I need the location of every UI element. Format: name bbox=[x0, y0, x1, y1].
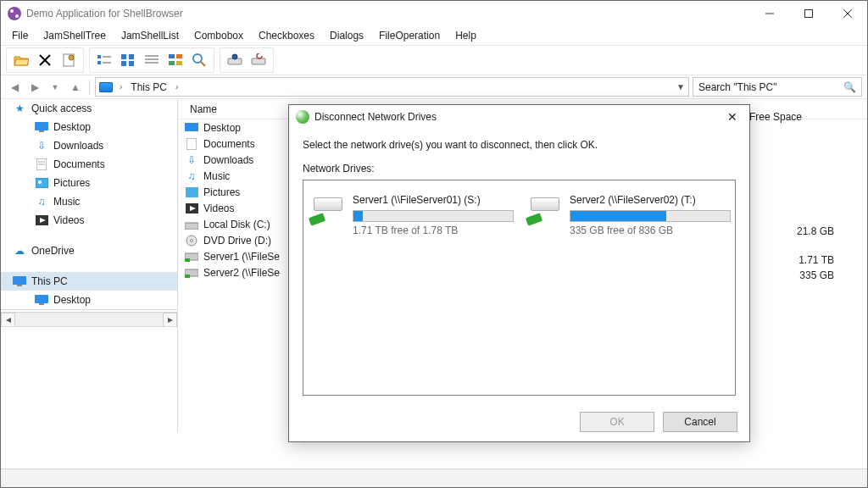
view-detail-icon[interactable] bbox=[142, 51, 161, 69]
menu-file[interactable]: File bbox=[6, 27, 34, 44]
svg-rect-41 bbox=[185, 123, 198, 131]
svg-rect-46 bbox=[185, 223, 198, 230]
drive-item[interactable]: Server2 (\\FileServer02) (T:) 335 GB fre… bbox=[531, 194, 731, 236]
close-button[interactable] bbox=[828, 1, 867, 26]
network-drive-icon bbox=[185, 250, 198, 263]
video-icon bbox=[35, 214, 48, 227]
stop-icon[interactable] bbox=[36, 51, 54, 69]
tree-pc-desktop[interactable]: Desktop bbox=[1, 291, 177, 309]
desktop-icon bbox=[35, 293, 48, 307]
tree-downloads[interactable]: ⇩Downloads bbox=[1, 136, 177, 155]
svg-point-26 bbox=[232, 54, 237, 59]
tree-music[interactable]: ♫Music bbox=[1, 192, 177, 211]
menu-help[interactable]: Help bbox=[449, 27, 482, 44]
disconnect-dialog: Disconnect Network Drives ✕ Select the n… bbox=[288, 104, 750, 442]
menu-fileoperation[interactable]: FileOperation bbox=[373, 27, 446, 44]
search-icon[interactable] bbox=[190, 51, 209, 69]
svg-rect-9 bbox=[97, 61, 101, 64]
svg-point-48 bbox=[191, 239, 193, 241]
pc-icon bbox=[99, 82, 113, 92]
video-icon bbox=[185, 202, 198, 215]
document-icon bbox=[185, 137, 198, 151]
free-space-value: 335 GB bbox=[799, 269, 834, 281]
dialog-prompt: Select the network drive(s) you want to … bbox=[303, 139, 736, 151]
svg-line-24 bbox=[201, 62, 205, 66]
svg-point-7 bbox=[69, 55, 74, 60]
svg-rect-50 bbox=[185, 258, 190, 262]
network-globe-icon bbox=[296, 110, 309, 124]
drive-item[interactable]: Server1 (\\FileServer01) (S:) 1.71 TB fr… bbox=[314, 194, 514, 236]
menubar: File JamShellTree JamShellList Combobox … bbox=[1, 26, 867, 45]
desktop-icon bbox=[35, 120, 48, 134]
view-small-icon[interactable] bbox=[95, 51, 114, 69]
address-bar[interactable]: › This PC › ▼ bbox=[95, 77, 689, 97]
maximize-button[interactable] bbox=[789, 1, 828, 26]
minimize-button[interactable] bbox=[750, 1, 789, 26]
svg-rect-37 bbox=[13, 276, 26, 285]
dialog-close-button[interactable]: ✕ bbox=[722, 108, 743, 125]
svg-rect-12 bbox=[121, 54, 126, 59]
svg-rect-27 bbox=[252, 58, 265, 64]
cloud-icon: ☁ bbox=[13, 244, 26, 258]
drive-name: Server1 (\\FileServer01) (S:) bbox=[353, 194, 514, 207]
column-free-space[interactable]: Free Space bbox=[749, 111, 802, 123]
view-medium-icon[interactable] bbox=[119, 51, 137, 69]
tree-videos[interactable]: Videos bbox=[1, 211, 177, 230]
desktop-icon bbox=[185, 121, 198, 135]
drive-refresh-icon[interactable] bbox=[249, 51, 268, 69]
cancel-button[interactable]: Cancel bbox=[663, 412, 737, 432]
drives-label: Network Drives: bbox=[303, 163, 736, 175]
free-space-value: 1.71 TB bbox=[798, 254, 834, 266]
free-space-value: 21.8 GB bbox=[797, 225, 834, 237]
view-tiles-icon[interactable] bbox=[166, 51, 185, 69]
tree-this-pc[interactable]: This PC bbox=[1, 272, 177, 291]
document-icon bbox=[35, 158, 48, 171]
scroll-left-icon[interactable]: ◂ bbox=[1, 313, 15, 327]
svg-rect-8 bbox=[97, 55, 101, 58]
svg-rect-38 bbox=[17, 285, 22, 286]
drive-free: 335 GB free of 836 GB bbox=[570, 225, 731, 236]
dialog-title: Disconnect Network Drives bbox=[314, 111, 437, 123]
svg-rect-39 bbox=[35, 295, 48, 303]
tree-pictures[interactable]: Pictures bbox=[1, 174, 177, 192]
folder-open-icon[interactable] bbox=[12, 51, 31, 69]
chevron-down-icon[interactable]: ▼ bbox=[676, 82, 685, 92]
drive-map-icon[interactable] bbox=[225, 51, 244, 69]
app-icon bbox=[8, 7, 21, 20]
nav-dropdown-icon[interactable]: ▼ bbox=[47, 79, 64, 96]
chevron-right-icon: › bbox=[120, 82, 122, 92]
dvd-icon bbox=[185, 234, 198, 247]
pc-icon bbox=[13, 274, 26, 288]
breadcrumb-root[interactable]: This PC bbox=[129, 81, 169, 93]
svg-rect-42 bbox=[186, 138, 197, 150]
scroll-right-icon[interactable]: ▸ bbox=[163, 313, 177, 327]
star-icon: ★ bbox=[13, 102, 26, 115]
menu-jamshelllist[interactable]: JamShellList bbox=[115, 27, 185, 44]
tree-onedrive[interactable]: ☁OneDrive bbox=[1, 241, 177, 260]
chevron-right-icon: › bbox=[175, 82, 178, 92]
menu-combobox[interactable]: Combobox bbox=[188, 27, 249, 44]
ok-button[interactable]: OK bbox=[580, 412, 654, 432]
network-drive-icon bbox=[314, 197, 344, 221]
menu-checkboxes[interactable]: Checkboxes bbox=[253, 27, 320, 44]
tree-horizontal-scrollbar[interactable]: ◂ ▸ bbox=[1, 312, 177, 326]
search-input[interactable]: Search "This PC" 🔍 bbox=[693, 77, 862, 97]
svg-rect-29 bbox=[39, 130, 44, 132]
menu-jamshelltree[interactable]: JamShellTree bbox=[37, 27, 112, 44]
menu-dialogs[interactable]: Dialogs bbox=[324, 27, 370, 44]
network-drive-icon bbox=[185, 266, 198, 280]
svg-rect-1 bbox=[805, 10, 813, 18]
svg-rect-13 bbox=[129, 54, 134, 59]
tree-quick-access[interactable]: ★Quick access bbox=[1, 99, 177, 118]
music-icon: ♫ bbox=[35, 195, 48, 208]
nav-back-icon[interactable]: ◀ bbox=[6, 79, 23, 96]
tree-desktop[interactable]: Desktop bbox=[1, 118, 177, 136]
drive-icon bbox=[185, 218, 198, 231]
nav-forward-icon[interactable]: ▶ bbox=[26, 79, 43, 96]
svg-rect-28 bbox=[35, 122, 48, 130]
settings-page-icon[interactable] bbox=[59, 51, 78, 69]
download-icon: ⇩ bbox=[35, 139, 48, 152]
nav-up-icon[interactable]: ▲ bbox=[67, 79, 84, 96]
tree-documents[interactable]: Documents bbox=[1, 155, 177, 174]
svg-point-23 bbox=[193, 54, 202, 63]
